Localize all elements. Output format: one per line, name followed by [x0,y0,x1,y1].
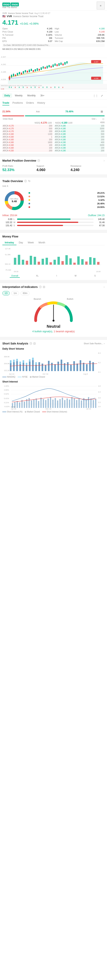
svg-rect-89 [57,257,60,265]
svg-text:4.3: 4.3 [98,391,101,393]
section-divider-3 [0,230,107,231]
svg-text:-75.34K: -75.34K [5,269,11,271]
ind-ptab-1m[interactable]: 1m [11,291,19,295]
stock-section: VVR Invesco Senior Income Trust Aug 6 11… [0,10,107,52]
legend-nasdaq: NASDAQ [2,376,15,378]
mf-tab-day[interactable]: Day [16,240,25,245]
fullscreen-icon[interactable]: ⤢ [99,93,105,98]
info-icon-market[interactable]: ⓘ [37,159,40,162]
money-flow-header: Money Flow [0,231,107,239]
tab-monthly[interactable]: Monthly [25,94,38,98]
svg-rect-85 [42,259,44,265]
mpos-profit: Profit Ratio 52.33% [2,165,36,172]
svg-rect-194 [81,401,82,408]
tab-daily[interactable]: Daily [2,94,12,98]
svg-rect-20 [27,71,28,73]
short-sale-header: Short Sale Analysis ⓘ ⊡ Short Sale Ranki… [0,338,107,346]
header: moomoo Ride The Market ▦ [0,0,107,10]
bar-track-M [17,222,94,223]
market-pos-arrow[interactable]: › [104,159,105,162]
short-sale-sub[interactable]: Short Sale Rankin... › [84,342,105,345]
share-icon[interactable]: ⊡ [43,285,45,288]
svg-rect-137 [19,362,21,364]
svg-rect-57 [35,86,36,88]
svg-rect-24 [35,69,36,72]
svg-rect-117 [42,364,43,371]
indicators-body: 1D 1m 60m Bearish Bullish [0,290,107,337]
tab-3h[interactable]: 3h+ [39,94,46,98]
tab-trade[interactable]: Trade [2,101,9,105]
svg-rect-113 [29,362,31,371]
mf-btab-xl[interactable]: XL [34,274,40,278]
svg-text:1.00%: 1.00% [4,385,9,387]
market-pos-body: Profit Ratio 52.33% Support 4.060 Resist… [0,164,107,174]
svg-rect-129 [79,360,81,371]
svg-rect-62 [55,86,55,88]
info-icon-trade[interactable]: ⓘ [24,180,27,183]
meta-mktcap: Mkt Cap 639.23M [55,40,105,42]
mf-tab-intraday[interactable]: Intraday [2,240,16,245]
mf-btab-overall[interactable]: Overall [10,274,20,278]
settings-icon[interactable]: ⋮⋮ [93,93,98,98]
neutral-text: Neutral [47,324,60,329]
refresh-icon[interactable]: ↻ [28,180,31,183]
info-icon-ind[interactable]: ⓘ [39,286,42,288]
ind-ptab-1d[interactable]: 1D [2,291,10,295]
tab-orders[interactable]: Orders [26,101,34,105]
tab-positions[interactable]: Positions [13,101,23,105]
chart-tab-bar: Daily Weekly Monthly 3h+ ⋮⋮ ⤢ [0,92,107,100]
chart-area[interactable]: 4.337 4.292 4.188 4.039 [0,52,107,92]
svg-text:102.2K: 102.2K [4,369,10,371]
svg-rect-63 [58,87,59,88]
svg-rect-179 [45,400,46,408]
mf-btab-m[interactable]: M [73,274,78,278]
svg-rect-131 [86,364,88,371]
donut-chart: Net Inflow 9.48 [2,189,26,212]
svg-rect-138 [23,360,24,363]
mf-btab-l[interactable]: l [55,274,58,278]
svg-rect-17 [21,73,22,75]
ob-icon[interactable]: ⊞ [99,109,105,114]
svg-rect-184 [57,401,58,408]
svg-rect-198 [90,398,92,408]
svg-text:9.48: 9.48 [12,200,17,203]
svg-rect-133 [92,362,94,371]
svg-rect-96 [85,261,88,265]
svg-text:4.292: 4.292 [1,63,6,65]
daily-vol-title: Daily Short Volume [2,347,105,350]
gauge-bearish-label: Bearish [34,298,41,300]
svg-rect-188 [66,398,68,408]
svg-text:-0.02%: -0.02% [4,406,10,407]
to-inout: Inflow: 253.64 Outflow: 244.15 [2,214,105,217]
svg-rect-130 [83,363,84,371]
mf-tab-week[interactable]: Week [25,240,36,245]
legend-row-1: 29.21% [29,192,105,194]
mf-btab-s[interactable]: S [93,274,97,278]
short-sale-title: Short Sale Analysis ⓘ ⊡ [2,342,36,345]
mpos-grid: Profit Ratio 52.33% Support 4.060 Resist… [2,165,105,172]
stock-ticker: VVR Invesco Senior Income Trust Aug 6 11… [2,12,105,14]
svg-rect-97 [89,257,92,265]
ex-date: Ex-Date: 08/16/2024 (ET) 0.043 USD Divid… [2,43,105,47]
svg-rect-83 [34,257,36,265]
meta-turnover: Turnover 998.72K [55,37,105,39]
indicators-arrow[interactable]: › [104,285,105,289]
svg-rect-53 [19,87,19,88]
ind-ptab-60m[interactable]: 60m [21,291,29,295]
svg-rect-136 [16,359,18,361]
info-icon-short[interactable]: ⓘ [29,342,32,345]
tab-history[interactable]: History [37,101,45,105]
svg-rect-195 [83,398,84,408]
svg-rect-19 [25,70,26,72]
legend-row-2: 13.52% [29,195,105,198]
price-change: +0.041 +0.99% [20,22,39,25]
tab-weekly[interactable]: Weekly [13,94,24,98]
trade-overview-body: Unit: K Net Inflow 9.48 29.21% [0,184,107,230]
svg-rect-178 [43,399,44,408]
svg-rect-110 [19,364,21,371]
svg-rect-107 [10,363,11,371]
svg-rect-127 [73,361,75,371]
ask-row: ARCA 4.1803200 [55,127,105,130]
mf-tab-month[interactable]: Month [36,240,47,245]
share-icon-2[interactable]: ⊡ [33,342,36,345]
